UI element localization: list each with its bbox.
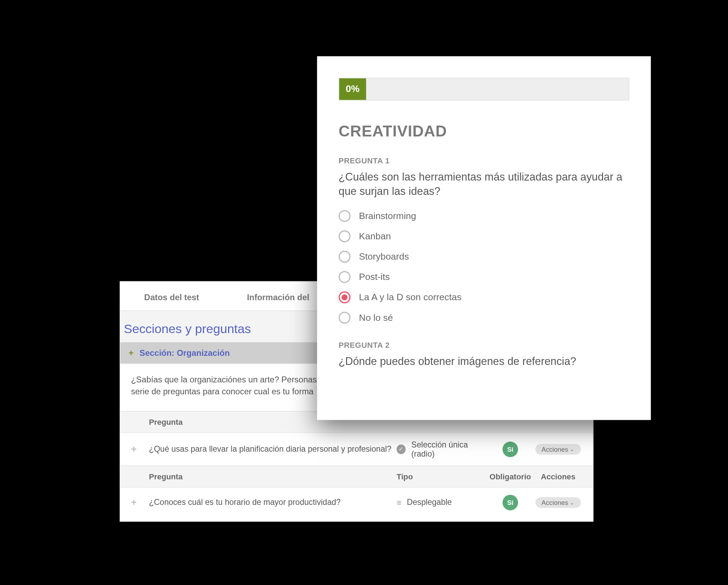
radio-icon-selected (339, 291, 351, 303)
col-tipo: Tipo (397, 472, 487, 481)
tab-datos[interactable]: Datos del test (144, 292, 199, 302)
question-type: Selección única (radio) (411, 440, 486, 458)
option-f[interactable]: No lo sé (339, 311, 629, 323)
option-b[interactable]: Kanban (339, 230, 629, 242)
quiz-section-title: CREATIVIDAD (339, 122, 629, 141)
chevron-down-icon: ⌄ (570, 446, 575, 452)
dropdown-type-icon: ≡ (397, 498, 401, 507)
chevron-down-icon: ⌄ (570, 499, 575, 505)
required-badge: Sí (502, 494, 518, 510)
drag-handle-icon[interactable]: + (131, 497, 136, 507)
question-block-1: PREGUNTA 1 ¿Cuáles son las herramientas … (339, 156, 629, 323)
question-text: ¿Cuáles son las herramientas más utiliza… (339, 170, 629, 199)
option-a[interactable]: Brainstorming (339, 210, 629, 222)
radio-icon (339, 210, 351, 222)
question-text: ¿Conoces cuál es tu horario de mayor pro… (149, 498, 397, 507)
question-row: + ¿Qué usas para llevar la planificación… (120, 432, 593, 465)
quiz-panel: 0% CREATIVIDAD PREGUNTA 1 ¿Cuáles son la… (317, 56, 651, 420)
option-c[interactable]: Storyboards (339, 251, 629, 262)
radio-type-icon (397, 444, 405, 454)
required-badge: Sí (502, 441, 518, 457)
question-type: Desplegable (407, 498, 452, 507)
radio-icon (339, 311, 351, 323)
drag-handle-icon[interactable]: + (131, 444, 136, 454)
plus-icon: + (129, 348, 134, 358)
tab-info[interactable]: Información del (247, 292, 309, 302)
option-d[interactable]: Post-its (339, 271, 629, 283)
progress-value: 0% (339, 78, 366, 100)
section-label: Sección: Organización (140, 348, 230, 358)
question-row: + ¿Conoces cuál es tu horario de mayor p… (120, 487, 593, 521)
question-number-label: PREGUNTA 1 (339, 156, 629, 165)
col-pregunta: Pregunta (149, 472, 397, 481)
row-actions-button[interactable]: Acciones⌄ (536, 444, 581, 454)
question-number-label: PREGUNTA 2 (339, 340, 629, 349)
radio-icon (339, 271, 351, 283)
col-obligatorio: Obligatorio (486, 472, 534, 481)
progress-bar: 0% (339, 78, 629, 100)
radio-icon (339, 230, 351, 242)
question-table-header: Pregunta Tipo Obligatorio Acciones (120, 465, 593, 487)
option-e[interactable]: La A y la D son correctas (339, 291, 629, 303)
row-actions-button[interactable]: Acciones⌄ (536, 497, 581, 508)
question-text: ¿Qué usas para llevar la planificación d… (149, 445, 397, 454)
question-text: ¿Dónde puedes obtener imágenes de refere… (339, 354, 629, 369)
question-block-2: PREGUNTA 2 ¿Dónde puedes obtener imágene… (339, 340, 629, 368)
col-acciones: Acciones (534, 472, 582, 481)
radio-icon (339, 251, 351, 262)
